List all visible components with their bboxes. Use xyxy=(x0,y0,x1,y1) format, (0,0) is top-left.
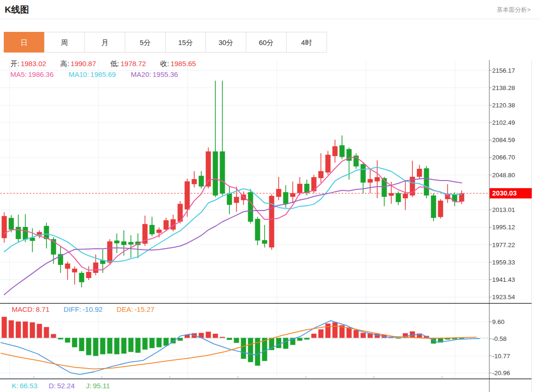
y-axis-label: 2138.28 xyxy=(492,84,515,91)
ohlc_info-label: 高: xyxy=(60,60,69,68)
tab-period-0[interactable]: 日 xyxy=(4,32,45,53)
macd_info-value: -15.27 xyxy=(135,305,155,313)
candle-body xyxy=(396,193,401,202)
macd-info-row: MACD:8.71DIFF:-10.92DEA:-15.27 xyxy=(12,305,154,313)
candle-body xyxy=(333,146,338,156)
kdj-info-row: K:66.53D:52.24J:95.11 xyxy=(12,382,110,390)
candle-body xyxy=(368,179,373,182)
y-axis-label: 1995.12 xyxy=(492,224,515,231)
tab-period-4[interactable]: 15分 xyxy=(165,32,206,53)
candle-body xyxy=(424,168,429,196)
macd_info-label: DIFF: xyxy=(64,305,82,313)
candle-body xyxy=(248,192,253,222)
ma_info-label: MA10: xyxy=(68,70,89,78)
macd-bar xyxy=(206,332,211,338)
candle-body xyxy=(192,179,197,184)
macd-bar xyxy=(361,333,366,338)
page-title: K线图 xyxy=(5,4,29,16)
candle-body xyxy=(114,241,120,243)
kdj_info-label: D: xyxy=(49,382,56,390)
macd-bar xyxy=(213,334,218,338)
ohlc_info-item: 收:1985.65 xyxy=(160,60,196,68)
macd-bar xyxy=(319,329,324,338)
ohlc_info-value: 1978.72 xyxy=(121,60,146,68)
macd-bar xyxy=(65,338,70,343)
candle-body xyxy=(234,197,239,203)
macd-bar xyxy=(150,338,155,348)
kline-chart-svg: 2156.172138.282120.382102.492084.592066.… xyxy=(0,0,540,392)
tab-period-2[interactable]: 月 xyxy=(84,32,125,53)
candle-body xyxy=(93,263,99,273)
macd-bar xyxy=(276,338,281,348)
ohlc_info-item: 低:1978.72 xyxy=(110,60,146,68)
y-axis-label: 2048.80 xyxy=(492,172,515,179)
tab-period-7[interactable]: 4时 xyxy=(286,32,327,53)
tab-period-6[interactable]: 60分 xyxy=(246,32,287,53)
candle-body xyxy=(361,164,366,182)
macd-bar xyxy=(2,317,7,338)
macd-bar xyxy=(86,338,91,355)
fundamental-analysis-link[interactable]: 基本面分析> xyxy=(496,6,531,14)
candle-body xyxy=(220,151,225,194)
candle-body xyxy=(16,227,21,239)
macd_info-item: MACD:8.71 xyxy=(12,305,50,313)
macd-bar xyxy=(100,338,106,354)
macd-bar xyxy=(227,338,232,340)
tab-period-5[interactable]: 30分 xyxy=(205,32,246,53)
candle-body xyxy=(122,241,127,245)
ma_info-item: MA5:1986.36 xyxy=(10,70,53,78)
candle-body xyxy=(431,196,436,218)
kdj_info-item: D:52.24 xyxy=(49,382,75,390)
y-axis-label: 2102.49 xyxy=(492,119,515,126)
candle-body xyxy=(107,241,113,263)
macd-bar xyxy=(79,338,84,351)
ohlc_info-value: 1990.87 xyxy=(71,60,96,68)
macd_info-value: 8.71 xyxy=(36,305,49,313)
candle-body xyxy=(164,220,169,230)
kdj_info-item: K:66.53 xyxy=(12,382,38,390)
macd-bar xyxy=(72,338,77,347)
tab-period-1[interactable]: 周 xyxy=(44,32,85,53)
ohlc_info-label: 收: xyxy=(160,60,169,68)
y-axis-label: 2156.17 xyxy=(492,67,515,74)
macd-bar xyxy=(122,338,127,354)
ma_info-item: MA10:1985.69 xyxy=(68,70,116,78)
candle-body xyxy=(297,184,303,193)
ma_info-label: MA5: xyxy=(10,70,27,78)
ohlc_info-label: 开: xyxy=(10,60,19,68)
ohlc-info-row: 开:1983.02高:1990.87低:1978.72收:1985.65 xyxy=(10,60,196,68)
macd-bar xyxy=(107,338,113,354)
macd-bar xyxy=(297,338,303,341)
macd-bar xyxy=(283,338,289,349)
candle-body xyxy=(2,216,7,238)
macd-axis-label: -20.96 xyxy=(492,369,510,377)
candle-body xyxy=(65,264,70,269)
kdj_info-label: K: xyxy=(12,382,18,390)
candle-body xyxy=(375,177,380,181)
macd-axis-label: -0.58 xyxy=(492,335,507,342)
macd_info-item: DIFF:-10.92 xyxy=(64,305,103,313)
macd-bar xyxy=(23,322,28,338)
kdj_info-value: 95.11 xyxy=(93,382,110,390)
tab-period-3[interactable]: 5分 xyxy=(125,32,166,53)
candle-body xyxy=(276,189,281,197)
y-axis-label: 2013.01 xyxy=(492,206,515,213)
candle-body xyxy=(129,242,134,244)
macd-bar xyxy=(129,338,134,352)
candle-body xyxy=(255,219,260,241)
ohlc_info-value: 1985.65 xyxy=(170,60,196,68)
y-axis-label: 1959.33 xyxy=(492,259,515,266)
candle-body xyxy=(389,193,394,196)
ohlc_info-item: 高:1990.87 xyxy=(60,60,96,68)
candle-body xyxy=(312,177,317,191)
y-axis-label: 1941.43 xyxy=(492,276,515,283)
candle-body xyxy=(79,273,84,282)
candle-body xyxy=(157,230,162,233)
macd_info-value: -10.92 xyxy=(83,305,103,313)
y-axis-label: 1923.54 xyxy=(492,294,515,301)
macd-bar xyxy=(37,324,42,338)
chart-plot-area[interactable] xyxy=(0,61,489,379)
macd-bar xyxy=(157,338,162,347)
ohlc_info-item: 开:1983.02 xyxy=(10,60,46,68)
candle-body xyxy=(150,225,155,234)
